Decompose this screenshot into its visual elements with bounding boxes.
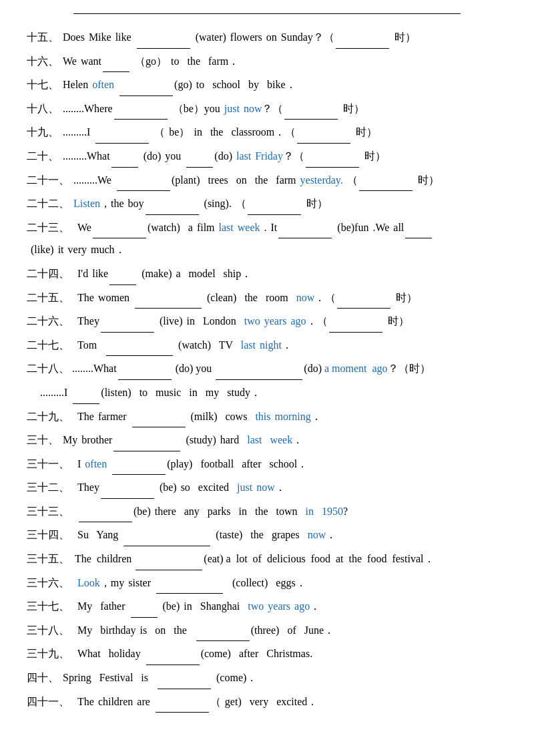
blank-22a[interactable] [146, 214, 199, 215]
blank-38[interactable] [196, 640, 250, 641]
line-36: 三十六、 Look，my sister (collect) eggs． [27, 572, 507, 594]
blank-30[interactable] [113, 451, 180, 451]
blank-36[interactable] [156, 593, 223, 594]
blank-39[interactable] [146, 665, 200, 665]
blank-21b[interactable] [359, 190, 413, 191]
blank-25a[interactable] [135, 308, 202, 309]
blank-15a[interactable] [137, 48, 190, 49]
line-20: 二十、 .........What (do) you (do) last Fri… [27, 145, 507, 168]
num-24: 二十四、 [27, 268, 69, 279]
often-17: often [92, 79, 114, 90]
in1950-33: in 1950 [305, 506, 342, 517]
num-28: 二十八、 [27, 363, 69, 374]
blank-28b[interactable] [216, 379, 302, 380]
blank-17[interactable] [119, 96, 173, 96]
num-23: 二十三、 [27, 222, 69, 233]
blank-23a[interactable] [93, 238, 146, 238]
line-26: 二十六、 They (live) in London two years ago… [27, 310, 507, 333]
blank-33[interactable] [79, 522, 132, 522]
num-27: 二十七、 [27, 339, 69, 351]
line-33: 三十三、 (be) there any parks in the town in… [27, 500, 507, 523]
line-23: 二十三、 We(watch) a film last week . It (be… [27, 216, 507, 261]
line-25: 二十五、 The women (clean) the room now．（ 时） [27, 287, 507, 309]
blank-41[interactable] [156, 712, 209, 713]
blank-19b[interactable] [297, 143, 350, 144]
line-40: 四十、 Spring Festival is (come)． [27, 667, 507, 689]
just-18: just [224, 103, 240, 114]
line-37: 三十七、 My father (be) in Shanghai two year… [27, 595, 507, 618]
blank-15b[interactable] [336, 48, 389, 49]
blank-22b[interactable] [248, 214, 301, 215]
line-29: 二十九、 The farmer (milk) cows this morning… [27, 405, 507, 428]
blank-20a[interactable] [111, 167, 138, 168]
line-16: 十六、 We want （go） to the farm． [27, 50, 507, 73]
amoment-28: a moment ago [324, 363, 388, 374]
num-34: 三十四、 [27, 529, 69, 540]
thismorning-29: this morning [255, 411, 310, 422]
blank-24[interactable] [109, 285, 136, 285]
now-18: now [244, 103, 262, 114]
num-21: 二十一、 [27, 174, 69, 186]
blank-37[interactable] [131, 617, 158, 618]
often-31: often [85, 458, 107, 469]
blank-19a[interactable] [95, 143, 149, 144]
num-19: 十九、 [27, 126, 59, 138]
num-32: 三十二、 [27, 482, 69, 493]
lastfriday-20: last Friday [236, 150, 283, 162]
now-25: now [296, 292, 315, 303]
line-31: 三十一、 I often (play) football after schoo… [27, 453, 507, 476]
twoyearsago-26: two years ago [244, 315, 306, 327]
blank-25b[interactable] [337, 308, 390, 309]
line-32: 三十二、 They (be) so excited just now． [27, 476, 507, 499]
blank-26a[interactable] [101, 332, 154, 333]
line-21: 二十一、 .........We (plant) trees on the fa… [27, 169, 507, 192]
blank-27[interactable] [106, 355, 173, 356]
line-19: 十九、 .........I （ be） in the classroom．（ … [27, 121, 507, 144]
blank-26b[interactable] [329, 332, 382, 333]
num-16: 十六、 [27, 55, 59, 67]
justnow-32: just now [237, 482, 275, 493]
line-28: 二十八、 ........What (do) you (do) a moment… [27, 357, 507, 380]
num-40: 四十、 [27, 672, 59, 683]
lastweek-23: last week [219, 222, 260, 233]
blank-35[interactable] [136, 570, 202, 570]
num-41: 四十一、 [27, 696, 69, 707]
line-22: 二十二、 Listen，the boy (sing). （ 时） [27, 192, 507, 215]
blank-34[interactable] [123, 546, 210, 546]
blank-40[interactable] [158, 689, 211, 689]
look-36: Look [77, 577, 100, 588]
num-18: 十八、 [27, 103, 59, 114]
num-29: 二十九、 [27, 411, 69, 422]
line-30: 三十、 My brother (study) hard last week． [27, 429, 507, 451]
yesterday-21: yesterday. [300, 174, 343, 186]
blank-31[interactable] [112, 474, 166, 475]
blank-20c[interactable] [306, 167, 359, 168]
blank-18a[interactable] [114, 119, 168, 120]
line-28c: .........I (listen) to music in my study… [27, 381, 507, 404]
line-24: 二十四、 I'd like (make) a model ship． [27, 262, 507, 285]
blank-21a[interactable] [117, 190, 170, 191]
num-38: 三十八、 [27, 624, 69, 636]
listen-22: Listen [73, 198, 100, 209]
num-25: 二十五、 [27, 292, 69, 303]
lastweek-30: last week [247, 434, 292, 445]
lastnight-27: last night [241, 339, 282, 351]
line-39: 三十九、 What holiday (come) after Christmas… [27, 642, 507, 665]
num-37: 三十七、 [27, 600, 69, 612]
twoyearsago-37: two years ago [248, 600, 310, 612]
line-18: 十八、 ........Where （be）you just now？（ 时） [27, 98, 507, 120]
blank-32[interactable] [101, 498, 154, 499]
blank-28a[interactable] [118, 379, 172, 380]
num-36: 三十六、 [27, 577, 69, 588]
blank-29[interactable] [132, 427, 186, 427]
blank-28c[interactable] [73, 403, 99, 404]
line-38: 三十八、 My birthday is on the (three) of Ju… [27, 619, 507, 642]
blank-23c[interactable] [405, 238, 432, 238]
line-41: 四十一、 The children are （ get) very excite… [27, 691, 507, 713]
blank-16[interactable] [103, 71, 129, 72]
blank-18b[interactable] [284, 119, 338, 120]
num-15: 十五、 [27, 31, 59, 43]
num-39: 三十九、 [27, 648, 69, 659]
blank-23b[interactable] [278, 238, 332, 238]
blank-20b[interactable] [186, 167, 213, 168]
